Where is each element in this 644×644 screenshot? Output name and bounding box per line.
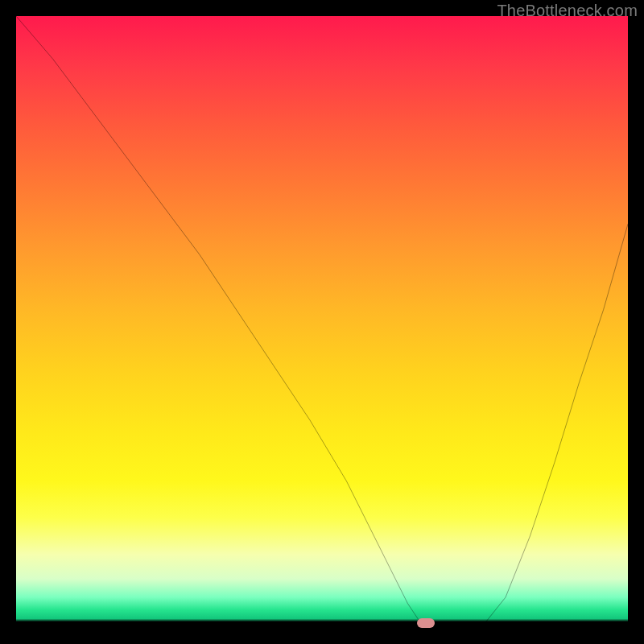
optimal-point-marker [417, 618, 435, 628]
bottleneck-curve [16, 16, 628, 628]
curve-path [16, 16, 628, 628]
chart-canvas [16, 16, 628, 628]
